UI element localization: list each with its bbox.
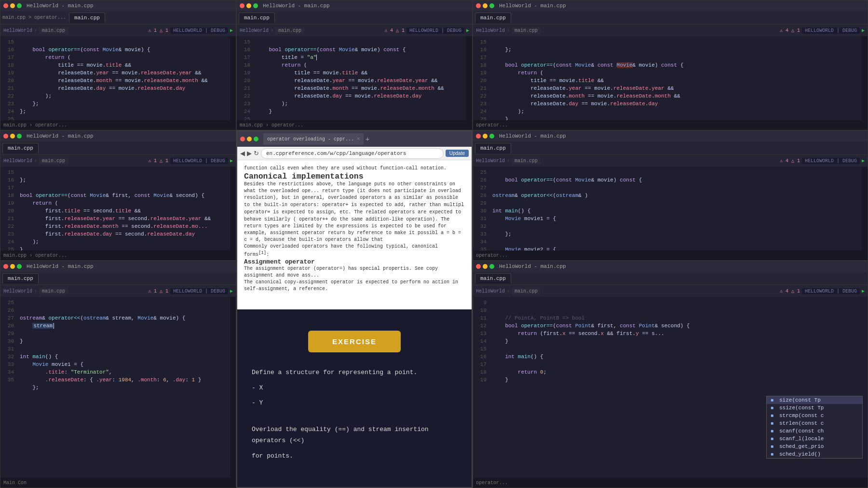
run-btn-6[interactable]: ▶ — [230, 288, 233, 294]
error-count-4: ⚠ 1 △ 1 — [148, 158, 168, 164]
minimize-btn-3[interactable] — [483, 3, 488, 8]
close-btn-4[interactable] — [3, 134, 8, 139]
traffic-lights-4 — [3, 134, 22, 139]
tab-bar-1: main.cpp > operator... main.cpp — [0, 11, 236, 25]
line-numbers-1: 1516171819202122232425 — [0, 36, 17, 120]
code-content-1[interactable]: bool operator==(const Movie& movie) { re… — [17, 36, 230, 120]
browser-intro-text: function calls even when they are used w… — [244, 165, 465, 172]
close-btn-1[interactable] — [3, 3, 8, 8]
file-tab-6[interactable]: main.cpp — [39, 288, 68, 294]
window-title-4: HelloWorld - main.cpp — [27, 133, 94, 139]
status-bar-4: main.cpp › operator... — [0, 251, 236, 260]
close-btn-2[interactable] — [240, 3, 244, 8]
file-tab-4[interactable]: main.cpp — [39, 158, 68, 164]
maximize-btn-browser[interactable] — [254, 137, 258, 141]
maximize-btn-3[interactable] — [489, 3, 494, 8]
autocomplete-item-2[interactable]: ■ ssize(const Tp — [767, 404, 862, 412]
close-btn-6[interactable] — [3, 264, 8, 269]
autocomplete-item-4[interactable]: ■ strlen(const c — [767, 419, 862, 427]
close-btn-browser[interactable] — [240, 137, 245, 141]
minimize-btn-2[interactable] — [246, 3, 251, 8]
tab-main-cpp-3[interactable]: main.cpp — [475, 13, 511, 23]
file-tab-3[interactable]: main.cpp — [512, 28, 541, 34]
run-btn-7[interactable]: ▶ — [862, 288, 865, 294]
run-btn-1[interactable]: ▶ — [230, 28, 233, 33]
debug-label-3: HELLOWORLD | DEBUG — [802, 28, 860, 34]
maximize-btn-6[interactable] — [17, 264, 22, 269]
autocomplete-item-5[interactable]: ■ scanf(const ch — [767, 427, 862, 435]
assignment-text-2: The canonical copy-assignment operator i… — [244, 279, 465, 293]
minimize-btn-browser[interactable] — [247, 137, 252, 141]
close-btn-3[interactable] — [476, 3, 481, 8]
status-bar-3: operator... — [473, 120, 868, 130]
autocomplete-item-3[interactable]: ■ strcmp(const c — [767, 412, 862, 419]
tab-main-cpp-1[interactable]: main.cpp — [69, 13, 105, 23]
minimap-4 — [230, 167, 236, 251]
minimize-btn-7[interactable] — [483, 264, 488, 269]
line-numbers-7: 910111213141516171819 — [473, 297, 489, 478]
minimize-btn-5[interactable] — [483, 134, 488, 139]
autocomplete-item-1[interactable]: ■ size(const Tp — [767, 396, 862, 404]
code-content-4[interactable]: }; bool operator==(const Movie& first, c… — [17, 167, 230, 251]
autocomplete-dropdown[interactable]: ■ size(const Tp ■ ssize(const Tp ■ strcm… — [766, 396, 863, 459]
traffic-lights-7 — [476, 264, 494, 269]
autocomplete-item-8[interactable]: ■ sched_yield() — [767, 450, 862, 458]
nav-back-btn[interactable]: ◀ — [240, 150, 245, 157]
file-tab-5[interactable]: main.cpp — [512, 158, 541, 164]
run-btn-5[interactable]: ▶ — [862, 158, 865, 164]
traffic-lights-6 — [3, 264, 22, 269]
tab-main-cpp-7[interactable]: main.cpp — [475, 273, 511, 284]
maximize-btn-7[interactable] — [489, 264, 494, 269]
minimize-btn-1[interactable] — [10, 3, 15, 8]
workspace-2: HelloWorld — [240, 28, 269, 33]
workspace-5: HelloWorld — [476, 158, 505, 164]
file-tab-2[interactable]: main.cpp — [275, 28, 304, 34]
url-bar[interactable]: en.cppreference.com/w/cpp/language/opera… — [261, 148, 444, 159]
run-btn-4[interactable]: ▶ — [230, 158, 233, 164]
code-content-5[interactable]: bool operator==(const Movie& movie) cons… — [489, 167, 862, 251]
code-content-6[interactable]: ostream& operator<<(ostream& stream, Mov… — [17, 297, 230, 478]
code-content-3[interactable]: }; bool operator==(const Movie& const Mo… — [489, 36, 862, 120]
ac-icon-8: ■ — [771, 452, 777, 457]
line-numbers-4: 1516171819202122232425 — [0, 167, 17, 251]
maximize-btn-5[interactable] — [489, 134, 494, 139]
minimize-btn-6[interactable] — [10, 264, 15, 269]
run-btn-2[interactable]: ▶ — [466, 28, 469, 33]
maximize-btn-4[interactable] — [17, 134, 22, 139]
file-tab-7[interactable]: main.cpp — [512, 288, 541, 294]
close-btn-7[interactable] — [476, 264, 481, 269]
update-btn[interactable]: Update — [446, 150, 469, 157]
debug-label-6: HELLOWORLD | DEBUG — [170, 288, 228, 294]
run-btn-3[interactable]: ▶ — [862, 28, 865, 33]
canonical-heading: Canonical implementations — [244, 172, 465, 181]
tab-main-cpp-4[interactable]: main.cpp — [2, 143, 39, 153]
toolbar-7: HelloWorld › main.cpp ⚠ 4 △ 1 HELLOWORLD… — [473, 285, 868, 297]
status-bar-7: operator... — [473, 478, 868, 488]
autocomplete-item-7[interactable]: ■ sched_get_prio — [767, 443, 862, 450]
editor-top-left: HelloWorld - main.cpp main.cpp > operato… — [0, 0, 236, 130]
window-title-6: HelloWorld - main.cpp — [27, 264, 94, 269]
exercise-button[interactable]: EXERCISE — [308, 331, 401, 352]
autocomplete-item-6[interactable]: ■ scanf_l(locale — [767, 435, 862, 443]
error-count-7: ⚠ 4 △ 1 — [780, 288, 800, 294]
toolbar-2: HelloWorld › main.cpp ⚠ 4 △ 1 HELLOWORLD… — [237, 25, 472, 36]
canonical-text-2: Commonly overloaded operators have the f… — [244, 243, 465, 258]
workspace-1: HelloWorld — [3, 28, 32, 33]
exercise-task: Overload the equality (==) and stream in… — [252, 424, 457, 446]
maximize-btn-1[interactable] — [17, 3, 22, 8]
minimize-btn-4[interactable] — [10, 134, 15, 139]
code-content-2[interactable]: bool operator==(const Movie& movie) cons… — [253, 36, 466, 120]
tab-main-cpp-2[interactable]: main.cpp — [239, 13, 275, 23]
close-btn-5[interactable] — [476, 134, 481, 139]
titlebar-bot-left: HelloWorld - main.cpp — [0, 261, 236, 272]
exercise-section: EXERCISE Define a structure for represen… — [237, 309, 472, 488]
browser-tab-inactive[interactable]: operator overloading - cppr... × — [263, 133, 364, 145]
tab-main-cpp-6[interactable]: main.cpp — [2, 273, 39, 284]
maximize-btn-2[interactable] — [253, 3, 258, 8]
tab-main-cpp-5[interactable]: main.cpp — [475, 143, 511, 153]
nav-forward-btn[interactable]: ▶ — [247, 150, 252, 157]
new-tab-btn[interactable]: + — [366, 135, 369, 143]
nav-refresh-btn[interactable]: ↻ — [254, 150, 259, 157]
editor-body-5: 2526272829303132333435 bool operator==(c… — [473, 167, 868, 251]
file-tab-1[interactable]: main.cpp — [39, 28, 68, 34]
